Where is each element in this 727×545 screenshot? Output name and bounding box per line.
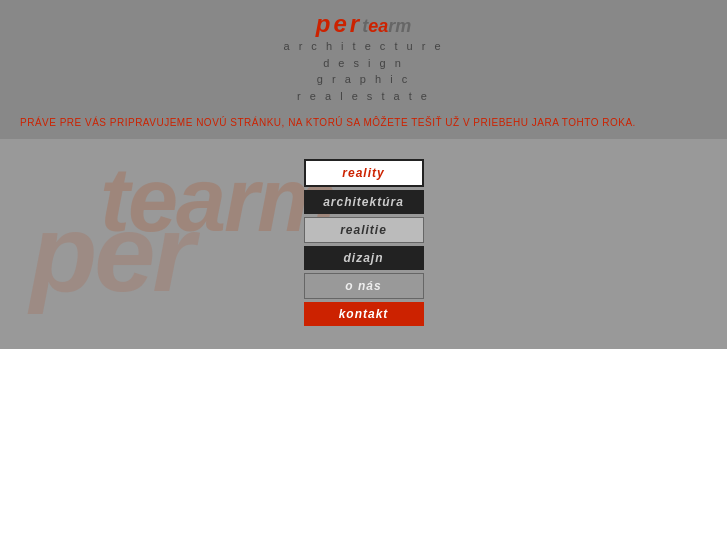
tagline-design: d e s i g n bbox=[283, 55, 443, 72]
logo-area: per tearm bbox=[316, 10, 411, 38]
main-content: tearm per reality architektúra realitie … bbox=[0, 139, 727, 349]
tagline-graphic: g r a p h i c bbox=[283, 71, 443, 88]
nav-reality[interactable]: reality bbox=[304, 159, 424, 187]
taglines: a r c h i t e c t u r e d e s i g n g r … bbox=[283, 38, 443, 104]
logo-transform: tearm bbox=[362, 16, 411, 37]
watermark-per: per bbox=[30, 189, 192, 316]
nav-realitie[interactable]: realitie bbox=[304, 217, 424, 243]
nav-kontakt[interactable]: kontakt bbox=[304, 302, 424, 326]
tagline-realestate: r e a l e s t a t e bbox=[283, 88, 443, 105]
logo-rm: rm bbox=[388, 16, 411, 37]
logo-ea: ea bbox=[368, 16, 388, 37]
header-section: per tearm a r c h i t e c t u r e d e s … bbox=[0, 0, 727, 139]
notice-text: PRÁVE PRE VÁS PRIPRAVUJEME NOVÚ STRÁNKU,… bbox=[20, 117, 636, 128]
tagline-architecture: a r c h i t e c t u r e bbox=[283, 38, 443, 55]
notice-bar: PRÁVE PRE VÁS PRIPRAVUJEME NOVÚ STRÁNKU,… bbox=[0, 108, 727, 134]
nav-onas[interactable]: o nás bbox=[304, 273, 424, 299]
nav-buttons: reality architektúra realitie dizajn o n… bbox=[304, 159, 424, 326]
logo-per: per bbox=[316, 10, 362, 38]
watermark-transform: tearm bbox=[100, 149, 335, 252]
nav-dizajn[interactable]: dizajn bbox=[304, 246, 424, 270]
bottom-section bbox=[0, 349, 727, 545]
nav-architektura[interactable]: architektúra bbox=[304, 190, 424, 214]
